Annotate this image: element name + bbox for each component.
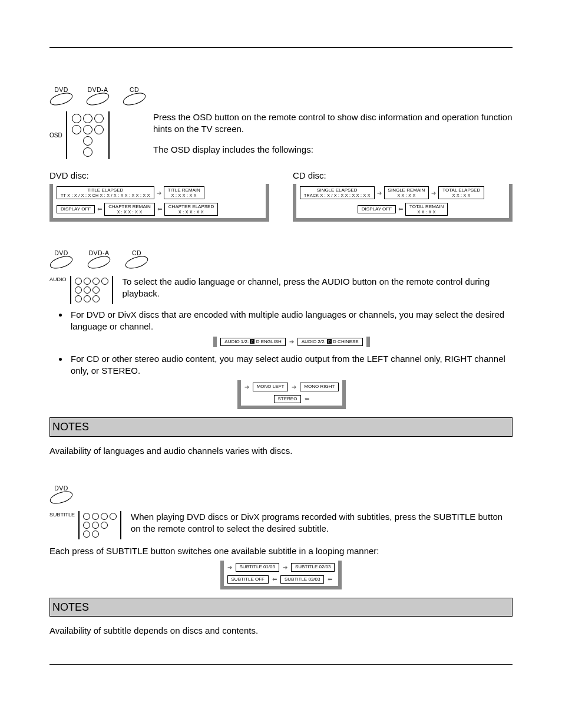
- state-sub: X : X X : X X: [168, 193, 200, 197]
- ellipse-icon: [48, 253, 74, 271]
- subtitle-cycle: SUBTITLE 01/03 SUBTITLE 02/03 SUBTITLE O…: [220, 561, 342, 589]
- state-label: SINGLE ELAPSED: [304, 188, 371, 193]
- state-subtitle-1: SUBTITLE 01/03: [236, 563, 279, 571]
- remote-button-icon: [83, 136, 92, 146]
- osd-text: Press the OSD button on the remote contr…: [153, 111, 513, 156]
- state-subtitle-2: SUBTITLE 02/03: [291, 563, 335, 571]
- list-item: For CD or other stereo audio content, yo…: [68, 353, 513, 409]
- state-mono-left: MONO LEFT: [253, 383, 289, 391]
- manual-page: DVD DVD-A CD OSD Press: [0, 0, 562, 728]
- notes-body: Availability of subtitle depends on disc…: [49, 625, 513, 637]
- notes-body: Availability of languages and audio chan…: [49, 445, 513, 457]
- remote-button-icon: [83, 114, 92, 123]
- remote-button-icon: [72, 125, 81, 134]
- top-rule: [49, 47, 513, 48]
- ellipse-icon: [48, 489, 74, 506]
- state-stereo: STEREO: [274, 395, 302, 403]
- state-sub: TT X : X / X : X CH X : X / X : X X : X …: [61, 193, 150, 197]
- remote-button-icon: [84, 286, 91, 294]
- cd-osd-cycle: SINGLE ELAPSED TRACK X : X / X : X X : X…: [293, 184, 513, 221]
- remote-button-icon: [92, 295, 100, 302]
- list-item: For DVD or DivX discs that are encoded w…: [68, 309, 513, 347]
- remote-button-icon: [101, 513, 108, 520]
- arrow-left-icon: [398, 205, 403, 213]
- remote-button-icon: [83, 522, 90, 529]
- audio-intro: To select the audio language or channel,…: [123, 276, 513, 300]
- remote-button-icon: [83, 125, 92, 134]
- remote-icon: [66, 111, 110, 159]
- remote-button-icon: [92, 278, 100, 285]
- state-single-remain: SINGLE REMAIN X X : X X: [384, 186, 429, 199]
- state-total-elapsed: TOTAL ELAPSED X X : X X: [438, 186, 484, 199]
- remote-button-icon: [75, 278, 82, 285]
- state-subtitle-off: SUBTITLE OFF: [227, 575, 269, 584]
- subtitle-label: SUBTITLE: [49, 511, 75, 518]
- subtitle-disc-tags: DVD: [49, 484, 513, 503]
- tag-dvd: DVD: [49, 484, 73, 503]
- subtitle-paragraph-2: Each press of SUBTITLE button switches o…: [49, 545, 513, 557]
- tag-dvd: DVD: [49, 85, 73, 104]
- state-audio-english: AUDIO 1/2: 🅳 D ENGLISH: [220, 338, 285, 346]
- arrow-left-icon: [305, 395, 309, 403]
- cd-flow-title: CD disc:: [293, 170, 513, 182]
- state-sub: X : X X : X X: [168, 210, 214, 214]
- state-mono-right: MONO RIGHT: [300, 383, 339, 391]
- audio-li1: For DVD or DivX discs that are encoded w…: [71, 309, 504, 331]
- state-display-off: DISPLAY OFF: [57, 205, 95, 213]
- audio-li2: For CD or other stereo audio content, yo…: [71, 354, 505, 375]
- state-label: DISPLAY OFF: [362, 207, 392, 212]
- state-label: TOTAL REMAIN: [409, 205, 444, 209]
- arrow-right-icon: [244, 383, 249, 391]
- dvd-osd-cycle: TITLE ELAPSED TT X : X / X : X CH X : X …: [49, 184, 269, 221]
- subtitle-paragraph-1: When playing DVD discs or DivX programs …: [131, 511, 513, 535]
- state-label: SINGLE REMAIN: [388, 188, 425, 193]
- ellipse-icon: [121, 90, 147, 107]
- remote-button-icon: [92, 513, 99, 520]
- remote-button-icon: [94, 114, 104, 123]
- osd-remote-illustration: OSD: [49, 111, 132, 159]
- remote-button-icon: [72, 114, 81, 123]
- audio-label: AUDIO: [49, 276, 67, 283]
- remote-button-icon: [94, 125, 104, 134]
- state-sub: X X : X X: [409, 210, 444, 214]
- state-display-off-cd: DISPLAY OFF: [358, 205, 396, 213]
- audio-row: AUDIO To select the audio language or ch…: [49, 276, 513, 304]
- arrow-right-icon: [157, 189, 161, 197]
- notes-heading: NOTES: [49, 598, 513, 617]
- arrow-left-icon: [272, 575, 277, 584]
- ellipse-icon: [48, 90, 74, 107]
- tag-dvda: DVD-A: [86, 85, 110, 104]
- arrow-right-icon: [227, 564, 232, 572]
- state-label: CHAPTER ELAPSED: [168, 205, 214, 209]
- arrow-right-icon: [292, 383, 296, 391]
- osd-paragraph-2: The OSD display includes the followings:: [153, 144, 513, 156]
- state-chapter-elapsed: CHAPTER ELAPSED X : X X : X X: [164, 203, 218, 216]
- bottom-rule: [49, 664, 513, 665]
- state-title-remain: TITLE REMAIN X : X X : X X: [164, 186, 204, 199]
- remote-icon: [78, 511, 121, 539]
- state-label: TITLE ELAPSED: [61, 188, 150, 193]
- audio-disc-tags: DVD DVD-A CD: [49, 249, 513, 268]
- remote-button-icon: [110, 513, 117, 520]
- remote-button-icon: [84, 295, 91, 302]
- state-label: DISPLAY OFF: [61, 207, 91, 212]
- remote-button-icon: [84, 278, 91, 285]
- arrow-right-icon: [283, 564, 287, 572]
- state-label: TITLE REMAIN: [168, 188, 200, 193]
- state-label: TOTAL ELAPSED: [442, 188, 480, 193]
- tag-cd: CD: [123, 85, 146, 104]
- arrow-right-icon: [431, 189, 436, 197]
- state-sub: X : X X : X X: [108, 210, 151, 214]
- remote-button-icon: [92, 286, 100, 294]
- cd-flow-col: CD disc: SINGLE ELAPSED TRACK X : X / X …: [293, 170, 513, 222]
- notes-heading: NOTES: [49, 417, 513, 436]
- stereo-cycle: MONO LEFT MONO RIGHT STEREO: [237, 380, 346, 409]
- arrow-left-icon: [97, 205, 102, 213]
- arrow-right-icon: [377, 189, 382, 197]
- arrow-left-icon: [328, 575, 332, 584]
- tag-dvd: DVD: [49, 249, 73, 268]
- subtitle-row: SUBTITLE When playing DVD discs or DivX …: [49, 511, 513, 539]
- dvd-flow-col: DVD disc: TITLE ELAPSED TT X : X / X : X…: [49, 170, 269, 222]
- osd-row: OSD Press the OSD button on the remote c…: [49, 111, 513, 159]
- remote-button-icon: [75, 286, 82, 294]
